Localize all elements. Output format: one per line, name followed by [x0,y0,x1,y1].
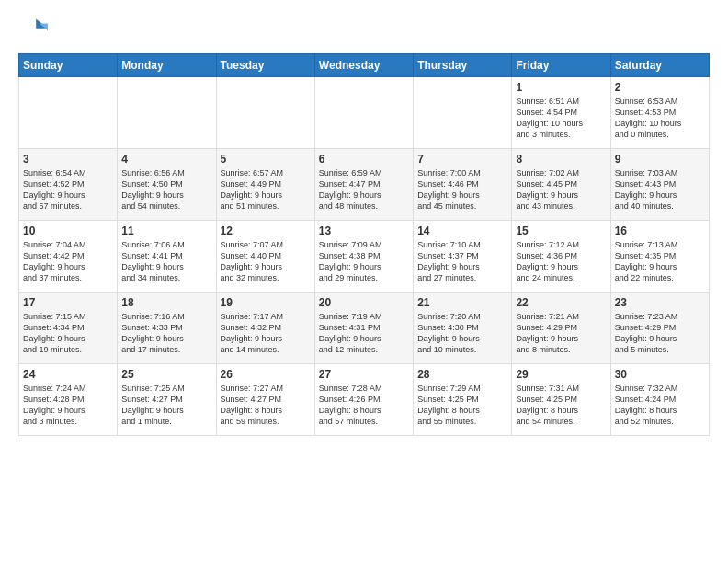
calendar-cell: 15Sunrise: 7:12 AM Sunset: 4:36 PM Dayli… [512,221,610,293]
logo-icon [18,15,48,44]
day-number: 19 [221,296,311,309]
calendar-cell: 28Sunrise: 7:29 AM Sunset: 4:25 PM Dayli… [414,364,512,436]
calendar-cell: 1Sunrise: 6:51 AM Sunset: 4:54 PM Daylig… [512,77,610,149]
day-number: 12 [221,224,311,237]
day-number: 4 [121,153,211,166]
day-info: Sunrise: 7:13 AM Sunset: 4:35 PM Dayligh… [615,239,705,284]
day-info: Sunrise: 7:21 AM Sunset: 4:29 PM Dayligh… [516,311,606,356]
day-info: Sunrise: 7:24 AM Sunset: 4:28 PM Dayligh… [23,383,113,428]
calendar-cell [314,77,413,149]
day-number: 18 [121,296,211,309]
day-info: Sunrise: 7:15 AM Sunset: 4:34 PM Dayligh… [23,311,113,356]
day-header-friday: Friday [512,54,610,77]
day-number: 8 [516,153,606,166]
day-info: Sunrise: 7:19 AM Sunset: 4:31 PM Dayligh… [319,311,409,356]
calendar-cell: 7Sunrise: 7:00 AM Sunset: 4:46 PM Daylig… [414,149,512,221]
calendar-cell [414,77,512,149]
calendar-cell: 2Sunrise: 6:53 AM Sunset: 4:53 PM Daylig… [610,77,709,149]
day-number: 17 [23,296,113,309]
day-number: 26 [221,368,311,381]
day-info: Sunrise: 7:10 AM Sunset: 4:37 PM Dayligh… [417,239,507,284]
day-info: Sunrise: 7:29 AM Sunset: 4:25 PM Dayligh… [417,383,507,428]
calendar-cell: 3Sunrise: 6:54 AM Sunset: 4:52 PM Daylig… [19,149,118,221]
day-number: 15 [516,224,606,237]
calendar-cell: 24Sunrise: 7:24 AM Sunset: 4:28 PM Dayli… [19,364,118,436]
day-number: 16 [615,224,705,237]
day-number: 28 [417,368,507,381]
day-number: 20 [319,296,409,309]
calendar-cell: 9Sunrise: 7:03 AM Sunset: 4:43 PM Daylig… [610,149,709,221]
day-number: 5 [221,153,311,166]
day-info: Sunrise: 7:27 AM Sunset: 4:27 PM Dayligh… [221,383,311,428]
day-number: 6 [319,153,409,166]
calendar-cell: 18Sunrise: 7:16 AM Sunset: 4:33 PM Dayli… [118,293,216,364]
calendar-cell: 17Sunrise: 7:15 AM Sunset: 4:34 PM Dayli… [19,293,118,364]
calendar-cell: 10Sunrise: 7:04 AM Sunset: 4:42 PM Dayli… [19,221,118,293]
day-info: Sunrise: 7:25 AM Sunset: 4:27 PM Dayligh… [121,383,211,428]
calendar-cell: 26Sunrise: 7:27 AM Sunset: 4:27 PM Dayli… [216,364,314,436]
day-header-thursday: Thursday [414,54,512,77]
calendar-cell: 6Sunrise: 6:59 AM Sunset: 4:47 PM Daylig… [314,149,413,221]
calendar-cell: 19Sunrise: 7:17 AM Sunset: 4:32 PM Dayli… [216,293,314,364]
day-number: 24 [23,368,113,381]
day-header-tuesday: Tuesday [216,54,314,77]
day-number: 7 [417,153,507,166]
day-info: Sunrise: 7:00 AM Sunset: 4:46 PM Dayligh… [417,167,507,213]
day-number: 2 [615,81,705,94]
calendar-cell: 4Sunrise: 6:56 AM Sunset: 4:50 PM Daylig… [118,149,216,221]
day-info: Sunrise: 7:07 AM Sunset: 4:40 PM Dayligh… [221,239,311,284]
page: SundayMondayTuesdayWednesdayThursdayFrid… [0,0,728,563]
calendar-cell: 12Sunrise: 7:07 AM Sunset: 4:40 PM Dayli… [216,221,314,293]
day-info: Sunrise: 6:56 AM Sunset: 4:50 PM Dayligh… [121,167,211,213]
calendar-cell: 14Sunrise: 7:10 AM Sunset: 4:37 PM Dayli… [414,221,512,293]
day-header-saturday: Saturday [610,54,709,77]
day-info: Sunrise: 6:57 AM Sunset: 4:49 PM Dayligh… [221,167,311,213]
day-number: 1 [516,81,606,94]
day-number: 23 [615,296,705,309]
day-header-wednesday: Wednesday [314,54,413,77]
day-info: Sunrise: 7:32 AM Sunset: 4:24 PM Dayligh… [615,383,705,428]
calendar-week-4: 24Sunrise: 7:24 AM Sunset: 4:28 PM Dayli… [19,364,710,436]
calendar-week-2: 10Sunrise: 7:04 AM Sunset: 4:42 PM Dayli… [19,221,710,293]
day-info: Sunrise: 7:16 AM Sunset: 4:33 PM Dayligh… [121,311,211,356]
day-number: 27 [319,368,409,381]
calendar-cell: 13Sunrise: 7:09 AM Sunset: 4:38 PM Dayli… [314,221,413,293]
calendar-cell: 5Sunrise: 6:57 AM Sunset: 4:49 PM Daylig… [216,149,314,221]
day-number: 11 [121,224,211,237]
day-number: 9 [615,153,705,166]
day-info: Sunrise: 7:03 AM Sunset: 4:43 PM Dayligh… [615,167,705,213]
calendar-cell: 21Sunrise: 7:20 AM Sunset: 4:30 PM Dayli… [414,293,512,364]
calendar-week-0: 1Sunrise: 6:51 AM Sunset: 4:54 PM Daylig… [19,77,710,149]
calendar-cell: 8Sunrise: 7:02 AM Sunset: 4:45 PM Daylig… [512,149,610,221]
day-info: Sunrise: 7:23 AM Sunset: 4:29 PM Dayligh… [615,311,705,356]
day-info: Sunrise: 7:20 AM Sunset: 4:30 PM Dayligh… [417,311,507,356]
day-info: Sunrise: 7:12 AM Sunset: 4:36 PM Dayligh… [516,239,606,284]
calendar-cell: 23Sunrise: 7:23 AM Sunset: 4:29 PM Dayli… [610,293,709,364]
day-number: 13 [319,224,409,237]
day-number: 10 [23,224,113,237]
day-info: Sunrise: 7:17 AM Sunset: 4:32 PM Dayligh… [221,311,311,356]
day-info: Sunrise: 7:31 AM Sunset: 4:25 PM Dayligh… [516,383,606,428]
day-info: Sunrise: 7:09 AM Sunset: 4:38 PM Dayligh… [319,239,409,284]
calendar-cell: 27Sunrise: 7:28 AM Sunset: 4:26 PM Dayli… [314,364,413,436]
calendar-cell [118,77,216,149]
calendar-cell: 20Sunrise: 7:19 AM Sunset: 4:31 PM Dayli… [314,293,413,364]
day-info: Sunrise: 6:53 AM Sunset: 4:53 PM Dayligh… [615,96,705,141]
day-info: Sunrise: 6:54 AM Sunset: 4:52 PM Dayligh… [23,167,113,213]
day-info: Sunrise: 6:51 AM Sunset: 4:54 PM Dayligh… [516,96,606,141]
calendar-cell [216,77,314,149]
day-number: 29 [516,368,606,381]
calendar-header-row: SundayMondayTuesdayWednesdayThursdayFrid… [19,54,710,77]
calendar-week-1: 3Sunrise: 6:54 AM Sunset: 4:52 PM Daylig… [19,149,710,221]
day-header-sunday: Sunday [19,54,118,77]
day-number: 25 [121,368,211,381]
calendar-cell: 16Sunrise: 7:13 AM Sunset: 4:35 PM Dayli… [610,221,709,293]
day-number: 22 [516,296,606,309]
day-number: 30 [615,368,705,381]
calendar-cell: 22Sunrise: 7:21 AM Sunset: 4:29 PM Dayli… [512,293,610,364]
calendar-cell: 30Sunrise: 7:32 AM Sunset: 4:24 PM Dayli… [610,364,709,436]
day-header-monday: Monday [118,54,216,77]
day-info: Sunrise: 6:59 AM Sunset: 4:47 PM Dayligh… [319,167,409,213]
calendar-week-3: 17Sunrise: 7:15 AM Sunset: 4:34 PM Dayli… [19,293,710,364]
day-info: Sunrise: 7:04 AM Sunset: 4:42 PM Dayligh… [23,239,113,284]
